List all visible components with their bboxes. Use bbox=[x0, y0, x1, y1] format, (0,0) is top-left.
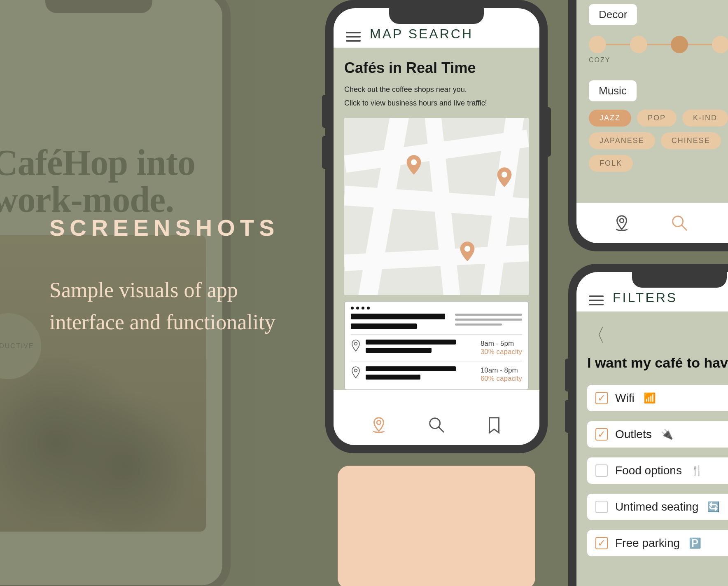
decor-label: Decor bbox=[589, 4, 637, 25]
tag-japanese[interactable]: JAPANESE bbox=[589, 132, 655, 149]
map-sub2: Click to view business hours and live tr… bbox=[344, 98, 529, 109]
back-chevron-icon[interactable]: 〈 bbox=[587, 323, 728, 347]
plug-icon: 🔌 bbox=[661, 429, 673, 440]
section-eyebrow: SCREENSHOTS bbox=[49, 214, 296, 241]
peach-card bbox=[338, 466, 535, 586]
capacity-text: 60% capacity bbox=[481, 375, 522, 383]
pin-outline-icon bbox=[351, 366, 361, 379]
svg-line-7 bbox=[439, 427, 444, 432]
capacity-text: 30% capacity bbox=[481, 348, 522, 356]
svg-point-0 bbox=[411, 159, 417, 165]
map-pin-icon[interactable] bbox=[497, 167, 512, 187]
hamburger-icon[interactable] bbox=[589, 295, 604, 305]
filter-wifi[interactable]: ✓ Wifi 📶 bbox=[587, 385, 728, 411]
filter-label: Untimed seating bbox=[615, 500, 698, 513]
checkbox-icon[interactable] bbox=[595, 501, 608, 513]
phone-filters: FILTERS 〈 I want my café to have… ✓ Wifi… bbox=[568, 264, 728, 586]
filter-seating[interactable]: Untimed seating 🔄 bbox=[587, 494, 728, 520]
text-block: SCREENSHOTS Sample visuals of app interf… bbox=[49, 214, 296, 338]
page-title: MAP SEARCH bbox=[370, 26, 473, 42]
map-pin-icon[interactable] bbox=[406, 155, 422, 175]
music-tags: JAZZ POP K-IND JAPANESE CHINESE FOLK bbox=[589, 110, 728, 172]
hours-text: 8am - 5pm bbox=[481, 340, 522, 348]
nav-map-icon[interactable] bbox=[369, 415, 388, 434]
repeat-icon: 🔄 bbox=[707, 501, 720, 513]
slider-caption-cozy: COZY bbox=[589, 56, 728, 64]
svg-point-2 bbox=[464, 246, 470, 252]
svg-line-10 bbox=[682, 225, 687, 230]
nav-search-icon[interactable] bbox=[427, 415, 446, 434]
section-description: Sample visuals of app interface and func… bbox=[49, 274, 296, 338]
tag-chinese[interactable]: CHINESE bbox=[661, 132, 721, 149]
music-label: Music bbox=[589, 80, 637, 101]
filter-food[interactable]: Food options 🍴 bbox=[587, 457, 728, 484]
map-heading: Cafés in Real Time bbox=[344, 59, 529, 77]
filter-label: Food options bbox=[615, 464, 682, 477]
hamburger-icon[interactable] bbox=[346, 32, 361, 42]
phone-preferences: Decor COZY Music JAZZ POP K-IND JAPANESE… bbox=[568, 0, 728, 251]
filters-heading: I want my café to have… bbox=[587, 355, 728, 371]
phone-map-search: MAP SEARCH Cafés in Real Time Check out … bbox=[325, 0, 548, 453]
hours-text: 10am - 8pm bbox=[481, 366, 522, 375]
svg-point-3 bbox=[355, 342, 357, 345]
page-title: FILTERS bbox=[613, 290, 677, 305]
svg-point-8 bbox=[620, 218, 624, 223]
map-pin-icon[interactable] bbox=[460, 241, 475, 261]
result-row[interactable]: 10am - 8pm 60% capacity bbox=[351, 361, 522, 388]
card-dots bbox=[351, 307, 522, 309]
tag-pop[interactable]: POP bbox=[637, 110, 677, 127]
parking-icon: 🅿️ bbox=[689, 537, 701, 549]
svg-point-1 bbox=[502, 172, 507, 178]
nav-map-icon[interactable] bbox=[612, 213, 631, 232]
bottom-nav bbox=[576, 203, 728, 243]
pin-outline-icon bbox=[351, 340, 361, 352]
decor-slider[interactable] bbox=[589, 36, 728, 53]
nav-search-icon[interactable] bbox=[670, 213, 689, 232]
map-canvas[interactable] bbox=[344, 118, 529, 295]
wifi-icon: 📶 bbox=[644, 392, 656, 404]
tag-folk[interactable]: FOLK bbox=[589, 155, 633, 172]
checkbox-icon[interactable]: ✓ bbox=[595, 428, 608, 441]
checkbox-icon[interactable]: ✓ bbox=[595, 392, 608, 404]
result-row[interactable]: 8am - 5pm 30% capacity bbox=[351, 334, 522, 361]
svg-point-4 bbox=[355, 369, 357, 372]
filter-label: Free parking bbox=[615, 537, 680, 550]
map-sub1: Check out the coffee shops near you. bbox=[344, 84, 529, 95]
filter-label: Outlets bbox=[615, 428, 652, 441]
svg-point-5 bbox=[377, 420, 381, 424]
checkbox-icon[interactable] bbox=[595, 464, 608, 477]
food-icon: 🍴 bbox=[691, 465, 703, 476]
checkbox-icon[interactable]: ✓ bbox=[595, 537, 608, 549]
filter-parking[interactable]: ✓ Free parking 🅿️ bbox=[587, 530, 728, 556]
results-card: 8am - 5pm 30% capacity 10am - 8pm 60% ca… bbox=[344, 301, 529, 390]
nav-bookmark-icon[interactable] bbox=[485, 415, 504, 434]
bottom-nav bbox=[334, 405, 539, 445]
tag-jazz[interactable]: JAZZ bbox=[589, 110, 631, 127]
filter-label: Wifi bbox=[615, 391, 635, 405]
tag-kind[interactable]: K-IND bbox=[682, 110, 728, 127]
filter-outlets[interactable]: ✓ Outlets 🔌 bbox=[587, 421, 728, 448]
